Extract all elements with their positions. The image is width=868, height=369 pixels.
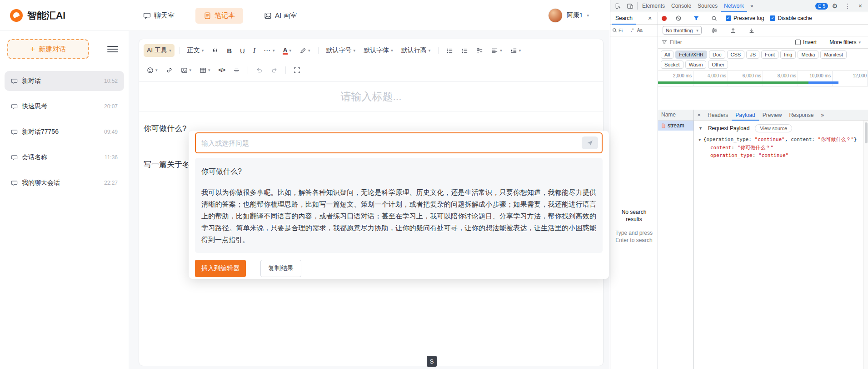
nav-item-studio[interactable]: AI 画室	[259, 8, 301, 24]
bold-button[interactable]: B	[224, 44, 235, 57]
filter-chip[interactable]: Media	[798, 51, 818, 59]
table-dropdown[interactable]: ▾	[196, 64, 214, 76]
vertical-scrollbar[interactable]	[863, 121, 868, 369]
blockquote-button[interactable]	[209, 44, 222, 57]
new-chat-button[interactable]: + 新建对话	[7, 39, 89, 59]
tab-sources[interactable]: Sources	[694, 0, 721, 12]
italic-button[interactable]: I	[250, 44, 259, 57]
chat-list-item[interactable]: 快速思考 20:07	[5, 96, 124, 116]
filter-chip-active[interactable]: Fetch/XHR	[675, 51, 707, 59]
name-column-header[interactable]: Name	[658, 110, 693, 121]
paragraph-style-dropdown[interactable]: 正文 ▾	[184, 44, 207, 57]
request-row-stream[interactable]: stream	[658, 121, 693, 131]
font-size-dropdown[interactable]: 默认字号 ▾	[323, 44, 359, 57]
import-har-button[interactable]	[727, 25, 739, 36]
more-formats-dropdown[interactable]: ⋯ ▾	[260, 44, 278, 57]
filter-input[interactable]	[670, 39, 747, 45]
tab-response[interactable]: Response	[785, 110, 817, 121]
filter-chip[interactable]: JS	[746, 51, 759, 59]
redo-button[interactable]	[268, 64, 281, 76]
network-search-button[interactable]	[708, 12, 720, 24]
regex-toggle[interactable]: .*	[630, 27, 635, 33]
tab-network[interactable]: Network	[721, 0, 747, 12]
settings-gear-icon[interactable]: ⚙	[829, 0, 841, 12]
record-button[interactable]	[662, 16, 667, 21]
nav-item-chatroom[interactable]: 聊天室	[139, 8, 179, 24]
more-filters-dropdown[interactable]: More filters ▾	[829, 39, 861, 45]
divider-button[interactable]	[230, 64, 243, 76]
network-overview-timeline[interactable]: 2,000 ms 4,000 ms 6,000 ms 8,000 ms 10,0…	[658, 71, 868, 86]
bullet-list-button[interactable]	[443, 44, 456, 57]
caret-down-icon: ▼	[698, 137, 703, 142]
chat-list-item[interactable]: 新对话77756 09:49	[5, 122, 124, 142]
filter-toggle-button[interactable]	[690, 12, 702, 24]
caret-down-icon[interactable]: ▼	[698, 126, 703, 131]
json-summary-line[interactable]: ▼ {operation_type: "continue", content: …	[698, 136, 868, 144]
emoji-dropdown[interactable]: ▾	[144, 64, 161, 76]
align-dropdown[interactable]: ▾	[488, 44, 505, 57]
view-source-button[interactable]: View source	[755, 124, 792, 132]
disable-cache-checkbox[interactable]: ✓ Disable cache	[770, 15, 812, 21]
filter-chip[interactable]: Other	[708, 61, 728, 69]
send-button[interactable]	[582, 136, 598, 149]
filter-chip[interactable]: Font	[761, 51, 778, 59]
copy-result-button[interactable]: 复制结果	[260, 260, 301, 277]
export-har-button[interactable]	[746, 25, 758, 36]
tab-search[interactable]: Search	[612, 12, 636, 25]
insert-to-editor-button[interactable]: 插入到编辑器	[195, 260, 246, 277]
network-conditions-button[interactable]	[708, 25, 720, 36]
filter-chip[interactable]: Socket	[661, 61, 683, 69]
user-menu[interactable]: 阿康1 ▾	[548, 0, 589, 31]
nav-item-notebook[interactable]: 笔记本	[195, 8, 243, 24]
waterfall-bar-green	[658, 81, 808, 84]
close-details-icon[interactable]: ×	[694, 111, 704, 118]
kebab-menu-icon[interactable]: ⋮	[842, 0, 853, 12]
ordered-list-button[interactable]	[458, 44, 471, 57]
code-block-button[interactable]: </>	[215, 64, 228, 76]
font-family-dropdown[interactable]: 默认字体 ▾	[360, 44, 396, 57]
search-input[interactable]	[619, 28, 629, 33]
close-search-icon[interactable]: ×	[644, 12, 656, 24]
tab-elements[interactable]: Elements	[639, 0, 668, 12]
filter-chip[interactable]: Doc	[709, 51, 725, 59]
checklist-button[interactable]	[473, 44, 486, 57]
underline-button[interactable]: U	[237, 44, 248, 57]
chat-list-item[interactable]: 新对话 10:52	[5, 71, 124, 91]
highlight-dropdown[interactable]: ▾	[296, 44, 314, 57]
image-dropdown[interactable]: ▾	[178, 64, 195, 76]
filter-chip[interactable]: CSS	[727, 51, 745, 59]
text-color-dropdown[interactable]: A ▾	[279, 44, 294, 57]
inspect-element-button[interactable]	[612, 0, 624, 12]
clear-log-button[interactable]	[673, 12, 684, 24]
ai-tools-button[interactable]: AI 工具 ▾	[144, 44, 175, 57]
close-devtools-icon[interactable]: ×	[854, 0, 866, 12]
filter-chip[interactable]: All	[661, 51, 673, 59]
chat-list-item[interactable]: 我的聊天会话 22:27	[5, 173, 124, 193]
invert-checkbox[interactable]: Invert	[795, 39, 817, 45]
line-height-dropdown[interactable]: 默认行高 ▾	[398, 44, 434, 57]
tab-headers[interactable]: Headers	[704, 110, 732, 121]
preserve-log-checkbox[interactable]: ✓ Preserve log	[726, 15, 764, 21]
tab-console[interactable]: Console	[668, 0, 694, 12]
filter-chip[interactable]: Manifest	[820, 51, 847, 59]
request-payload-section: ▼ Request Payload View source	[698, 124, 868, 132]
filter-chip[interactable]: Img	[780, 51, 796, 59]
throttling-select[interactable]: No throttling ▾	[663, 26, 702, 35]
tab-payload[interactable]: Payload	[732, 110, 758, 121]
collapse-sidebar-button[interactable]	[107, 44, 118, 55]
more-detail-tabs-button[interactable]: »	[817, 110, 828, 121]
undo-button[interactable]	[253, 64, 266, 76]
issues-badge[interactable]: 5	[815, 3, 828, 10]
indent-dropdown[interactable]: ▾	[507, 44, 524, 57]
filter-chip[interactable]: Wasm	[685, 61, 707, 69]
match-case-toggle[interactable]: Aa	[636, 27, 644, 33]
fullscreen-button[interactable]	[290, 64, 304, 76]
chat-list-item[interactable]: 会话名称 11:36	[5, 147, 124, 167]
question-input[interactable]	[201, 133, 578, 152]
more-tabs-button[interactable]: »	[747, 0, 757, 12]
document-title-area[interactable]: 请输入标题...	[139, 82, 603, 111]
scrollbar-thumb[interactable]	[865, 122, 868, 143]
device-toolbar-button[interactable]	[624, 0, 636, 12]
tab-preview[interactable]: Preview	[759, 110, 786, 121]
link-button[interactable]	[163, 64, 176, 76]
